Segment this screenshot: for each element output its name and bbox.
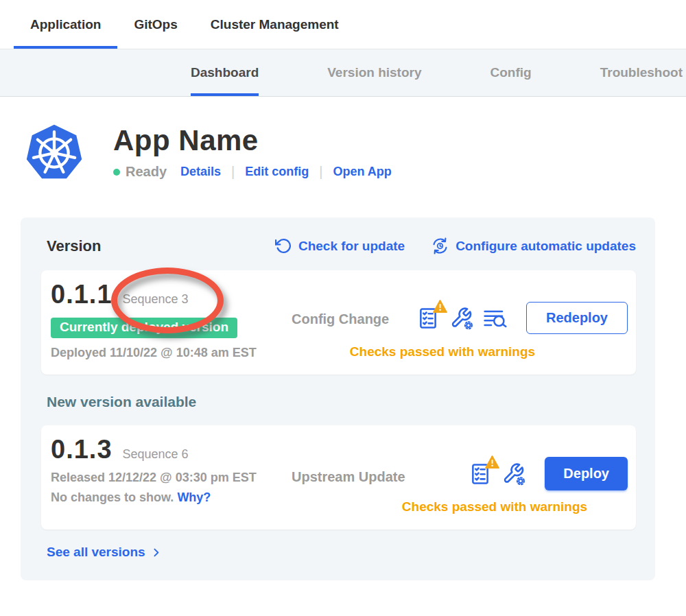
checks-status-text: Checks passed with warnings (370, 499, 619, 514)
separator: | (319, 164, 322, 180)
deploy-button[interactable]: Deploy (545, 457, 628, 490)
subtab-config[interactable]: Config (490, 49, 532, 96)
currently-deployed-badge: Currently deployed version (51, 318, 237, 338)
preflight-checks-icon-button[interactable] (468, 462, 493, 486)
wrench-gear-icon (502, 462, 525, 486)
edit-config-link[interactable]: Edit config (245, 165, 309, 179)
open-app-link[interactable]: Open App (333, 165, 391, 179)
redeploy-button[interactable]: Redeploy (526, 302, 628, 334)
view-files-icon-button[interactable] (483, 306, 508, 331)
no-changes-text: No changes to show. (51, 490, 174, 504)
see-all-versions-label: See all versions (47, 545, 145, 560)
warning-triangle-icon (485, 455, 499, 469)
deployed-version-number: 0.1.1 (51, 280, 113, 309)
details-link[interactable]: Details (180, 165, 221, 179)
version-source-label: Upstream Update (292, 469, 405, 485)
check-for-update-link[interactable]: Check for update (275, 237, 405, 254)
top-nav: Application GitOps Cluster Management (0, 0, 686, 49)
sub-nav: Dashboard Version history Config Trouble… (0, 49, 686, 97)
new-version-heading: New version available (47, 394, 636, 410)
separator: | (231, 164, 235, 180)
chevron-right-icon (150, 547, 162, 558)
subtab-dashboard[interactable]: Dashboard (191, 49, 259, 96)
available-version-number: 0.1.3 (51, 435, 113, 464)
wrench-gear-icon (450, 307, 473, 330)
tab-cluster-management[interactable]: Cluster Management (194, 0, 355, 49)
tab-application[interactable]: Application (14, 0, 117, 49)
checks-status-text: Checks passed with warnings (318, 344, 567, 359)
deployed-sequence-label: Sequence 3 (123, 292, 189, 307)
configure-automatic-updates-label: Configure automatic updates (456, 239, 636, 254)
subtab-troubleshoot[interactable]: Troubleshoot (600, 49, 683, 96)
why-link[interactable]: Why? (177, 490, 211, 504)
configure-automatic-updates-link[interactable]: Configure automatic updates (431, 237, 636, 255)
kubernetes-logo-icon (25, 123, 84, 183)
subtab-version-history[interactable]: Version history (327, 49, 421, 96)
edit-config-icon-button[interactable] (501, 462, 526, 486)
available-sequence-label: Sequence 6 (123, 447, 189, 462)
version-source-label: Config Change (292, 311, 389, 327)
version-panel: Version Check for update Configure (21, 217, 655, 580)
tab-gitops[interactable]: GitOps (117, 0, 193, 49)
check-for-update-label: Check for update (298, 239, 405, 254)
refresh-icon (275, 237, 292, 254)
edit-config-icon-button[interactable] (449, 306, 474, 331)
auto-update-schedule-icon (431, 237, 449, 255)
preflight-checks-icon-button[interactable] (416, 306, 440, 331)
warning-triangle-icon (433, 300, 447, 313)
deployed-version-card: 0.1.1 Sequence 3 Currently deployed vers… (41, 270, 636, 375)
file-search-icon (483, 307, 508, 329)
status-dot (113, 169, 120, 176)
page-title: App Name (113, 124, 392, 157)
available-version-card: 0.1.3 Sequence 6 Released 12/12/22 @ 03:… (41, 425, 636, 530)
app-header: App Name Ready Details | Edit config | O… (25, 123, 686, 183)
see-all-versions-link[interactable]: See all versions (47, 545, 636, 560)
version-panel-title: Version (47, 237, 101, 255)
status-badge: Ready (126, 164, 167, 180)
